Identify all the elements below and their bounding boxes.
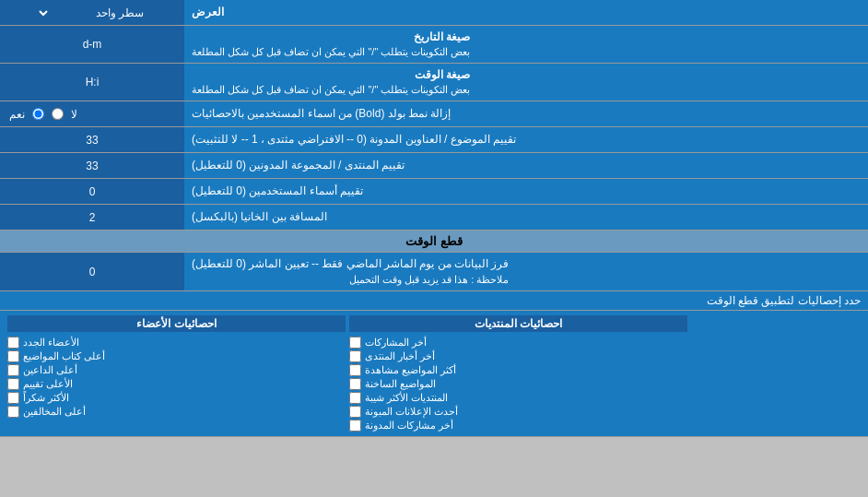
- time-format-hint: بعض التكوينات يتطلب "/" التي يمكن ان تضا…: [192, 83, 470, 97]
- checkbox-most-active-forums[interactable]: [349, 392, 361, 404]
- checkbox-last-blog-posts[interactable]: [349, 420, 361, 432]
- checkbox-item: أعلى المخالفين: [7, 406, 346, 418]
- cutoff-row: فرز البيانات من يوم الماشر الماضي فقط --…: [0, 253, 868, 291]
- forum-sort-input[interactable]: [4, 160, 181, 172]
- user-sort-input-container: [0, 179, 184, 204]
- cutoff-main-text: فرز البيانات من يوم الماشر الماضي فقط --…: [192, 255, 509, 272]
- bold-yes-label: نعم: [9, 108, 25, 121]
- checkbox-item: المنتديات الأكثر شيبة: [349, 392, 687, 404]
- checkbox-item: أخر أخبار المنتدى: [349, 350, 687, 362]
- main-container: العرض سطر واحد سطران ثلاثة أسطر صيغة الت…: [0, 0, 868, 437]
- checkbox-hot-topics[interactable]: [349, 378, 361, 390]
- bold-remove-input-container: لا نعم: [0, 101, 184, 126]
- checkbox-item: أكثر المواضيع مشاهدة: [349, 364, 687, 376]
- header-label: العرض: [184, 0, 868, 25]
- checkbox-top-violators[interactable]: [7, 406, 19, 418]
- member-stats-col: احصائيات الأعضاء الأعضاء الجدد أعلى كتاب…: [7, 315, 346, 432]
- cutoff-section-header: قطع الوقت: [0, 231, 868, 253]
- checkbox-item: المواضيع الساخنة: [349, 378, 687, 390]
- bold-no-radio[interactable]: [52, 108, 64, 120]
- checkbox-item: أعلى الداعين: [7, 364, 346, 376]
- limit-label-row: حدد إحصاليات لتطبيق قطع الوقت: [0, 291, 868, 311]
- time-format-input-container: [0, 64, 184, 101]
- checkbox-item: أخر مشاركات المدونة: [349, 420, 687, 432]
- bold-yes-radio[interactable]: [32, 108, 44, 120]
- cutoff-note-text: ملاحظة : هذا قد يزيد قبل وقت التحميل: [192, 272, 509, 288]
- date-format-label: صيغة التاريخ بعض التكوينات يتطلب "/" الت…: [184, 26, 868, 63]
- forum-sort-input-container: [0, 153, 184, 178]
- distance-input-container: [0, 205, 184, 230]
- distance-label: المسافة بين الخانيا (بالبكسل): [184, 205, 868, 230]
- date-format-input[interactable]: [4, 38, 181, 51]
- dropdown-container: سطر واحد سطران ثلاثة أسطر: [0, 0, 184, 25]
- time-format-input[interactable]: [4, 76, 181, 89]
- checkbox-top-posters[interactable]: [7, 350, 19, 362]
- checkbox-item: الأكثر شكراً: [7, 392, 346, 404]
- forum-stats-label: احصائيات المنتديات: [349, 315, 687, 332]
- distance-input[interactable]: [4, 211, 181, 224]
- checkbox-most-thanked[interactable]: [7, 392, 19, 404]
- section-label: العرض: [192, 5, 224, 20]
- user-sort-label: تقييم أسماء المستخدمين (0 للتعطيل): [184, 179, 868, 204]
- date-format-input-container: [0, 26, 184, 63]
- checkbox-item: الأعضاء الجدد: [7, 337, 346, 349]
- bold-remove-text: إزالة نمط بولد (Bold) من اسماء المستخدمي…: [192, 106, 451, 122]
- date-format-title: صيغة التاريخ: [192, 30, 470, 45]
- checkbox-latest-announcements[interactable]: [349, 406, 361, 418]
- time-format-title: صيغة الوقت: [192, 67, 470, 83]
- checkbox-last-news[interactable]: [349, 350, 361, 362]
- member-stats-label: احصائيات الأعضاء: [7, 315, 346, 332]
- forum-sort-text: تقييم المنتدى / المجموعة المدونين (0 للت…: [192, 158, 405, 173]
- topic-sort-input[interactable]: [4, 134, 181, 147]
- checkboxes-row: احصائيات المنتديات أخر المشاركات أخر أخب…: [7, 315, 861, 432]
- checkbox-item: أعلى كتاب المواضيع: [7, 350, 346, 362]
- topic-sort-row: تقييم الموضوع / العناوين المدونة (0 -- ا…: [0, 127, 868, 153]
- user-sort-input[interactable]: [4, 185, 181, 198]
- checkbox-item: الأعلى تقييم: [7, 378, 346, 390]
- time-format-label: صيغة الوقت بعض التكوينات يتطلب "/" التي …: [184, 64, 868, 101]
- cutoff-label: فرز البيانات من يوم الماشر الماضي فقط --…: [184, 253, 868, 290]
- bold-remove-label: إزالة نمط بولد (Bold) من اسماء المستخدمي…: [184, 101, 868, 126]
- checkbox-most-viewed[interactable]: [349, 364, 361, 376]
- user-sort-row: تقييم أسماء المستخدمين (0 للتعطيل): [0, 179, 868, 205]
- cutoff-input-container: [0, 253, 184, 290]
- cutoff-section-title: قطع الوقت: [0, 231, 868, 251]
- checkbox-item: أخر المشاركات: [349, 337, 687, 349]
- topic-sort-input-container: [0, 127, 184, 152]
- user-sort-text: تقييم أسماء المستخدمين (0 للتعطيل): [192, 183, 363, 199]
- header-row: العرض سطر واحد سطران ثلاثة أسطر: [0, 0, 868, 26]
- distance-row: المسافة بين الخانيا (بالبكسل): [0, 205, 868, 231]
- checkbox-top-rated[interactable]: [7, 378, 19, 390]
- bold-no-label: لا: [71, 108, 77, 121]
- forum-stats-col: احصائيات المنتديات أخر المشاركات أخر أخب…: [349, 315, 687, 432]
- forum-sort-row: تقييم المنتدى / المجموعة المدونين (0 للت…: [0, 153, 868, 179]
- topic-sort-label: تقييم الموضوع / العناوين المدونة (0 -- ا…: [184, 127, 868, 152]
- distance-text: المسافة بين الخانيا (بالبكسل): [192, 209, 327, 225]
- cutoff-input[interactable]: [18, 266, 166, 278]
- checkbox-new-members[interactable]: [7, 337, 19, 349]
- checkboxes-area: احصائيات المنتديات أخر المشاركات أخر أخب…: [0, 311, 868, 437]
- bold-remove-row: إزالة نمط بولد (Bold) من اسماء المستخدمي…: [0, 101, 868, 127]
- limit-label-text: حدد إحصاليات لتطبيق قطع الوقت: [707, 294, 861, 307]
- date-format-row: صيغة التاريخ بعض التكوينات يتطلب "/" الت…: [0, 26, 868, 64]
- checkbox-last-posts[interactable]: [349, 337, 361, 349]
- empty-col: [691, 315, 861, 432]
- view-mode-select[interactable]: سطر واحد سطران ثلاثة أسطر: [37, 6, 147, 20]
- topic-sort-text: تقييم الموضوع / العناوين المدونة (0 -- ا…: [192, 132, 516, 148]
- forum-sort-label: تقييم المنتدى / المجموعة المدونين (0 للت…: [184, 153, 868, 178]
- checkbox-top-inviters[interactable]: [7, 364, 19, 376]
- time-format-row: صيغة الوقت بعض التكوينات يتطلب "/" التي …: [0, 64, 868, 101]
- checkbox-item: أحدث الإعلانات المبونة: [349, 406, 687, 418]
- date-format-hint: بعض التكوينات يتطلب "/" التي يمكن ان تضا…: [192, 45, 470, 59]
